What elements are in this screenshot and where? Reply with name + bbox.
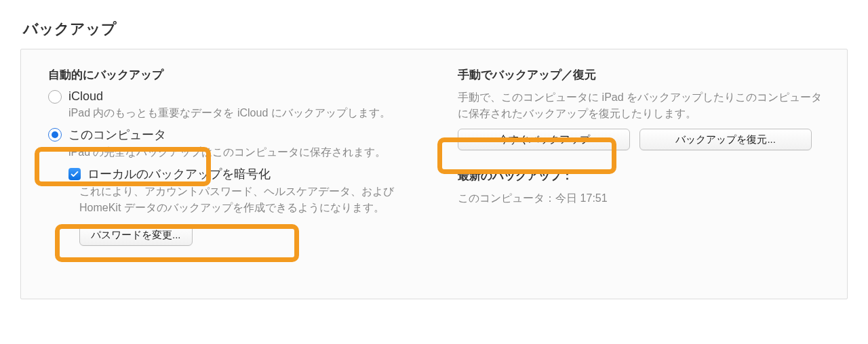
encrypt-label: ローカルのバックアップを暗号化: [87, 166, 271, 182]
restore-backup-button[interactable]: バックアップを復元...: [639, 129, 812, 150]
manual-backup-column: 手動でバックアップ／復元 手動で、このコンピュータに iPad をバックアップし…: [458, 64, 828, 280]
auto-backup-column: 自動的にバックアップ iCloud iPad 内のもっとも重要なデータを iCl…: [48, 64, 433, 280]
this-computer-description: iPad の完全なバックアップはこのコンピュータに保存されます。: [68, 144, 433, 160]
radio-icon: [48, 90, 62, 104]
backup-panel: 自動的にバックアップ iCloud iPad 内のもっとも重要なデータを iCl…: [20, 49, 848, 299]
auto-backup-heading: 自動的にバックアップ: [48, 67, 433, 83]
manual-backup-heading: 手動でバックアップ／復元: [458, 67, 828, 83]
backup-now-button[interactable]: 今すぐバックアップ: [458, 129, 630, 150]
checkbox-checked-icon: [68, 168, 81, 180]
this-computer-label: このコンピュータ: [68, 127, 166, 143]
change-password-button[interactable]: パスワードを変更...: [79, 224, 193, 246]
latest-backup-heading: 最新のバックアップ：: [458, 168, 828, 184]
manual-backup-description: 手動で、このコンピュータに iPad をバックアップしたりこのコンピュータに保存…: [458, 89, 828, 122]
icloud-label: iCloud: [68, 89, 103, 104]
section-title: バックアップ: [23, 19, 848, 39]
encrypt-description: これにより、アカウントパスワード、ヘルスケアデータ、および HomeKit デー…: [79, 184, 433, 216]
radio-selected-icon: [48, 128, 62, 142]
backup-target-this-computer-option[interactable]: このコンピュータ: [48, 127, 433, 143]
icloud-description: iPad 内のもっとも重要なデータを iCloud にバックアップします。: [68, 105, 433, 121]
latest-backup-value: このコンピュータ：今日 17:51: [458, 190, 828, 207]
backup-target-icloud-option[interactable]: iCloud: [48, 89, 433, 104]
encrypt-local-backup-option[interactable]: ローカルのバックアップを暗号化: [68, 166, 433, 182]
